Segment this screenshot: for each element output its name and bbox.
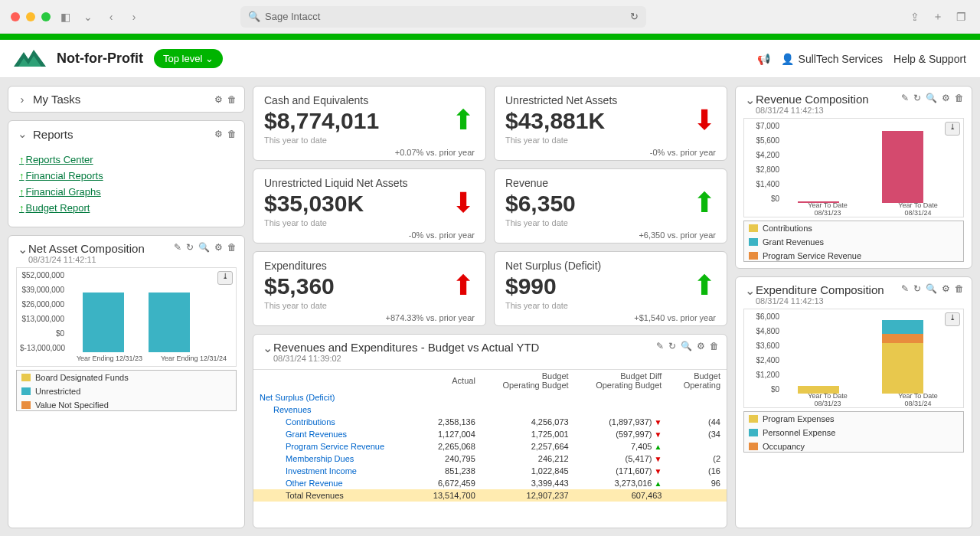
kpi-unrestricted-liquid[interactable]: Unrestricted Liquid Net Assets $35,030K … xyxy=(253,168,486,243)
cell: (2 xyxy=(668,453,727,465)
table-row[interactable]: Total Revenues13,514,70012,907,237607,46… xyxy=(253,489,727,502)
close-window-icon[interactable] xyxy=(11,12,20,21)
legend-item: Contributions xyxy=(744,221,963,235)
table-row[interactable]: Contributions2,358,1364,256,073(1,897,93… xyxy=(253,416,727,428)
x-label: Year To Date08/31/24 xyxy=(898,393,938,408)
trash-icon[interactable]: 🗑 xyxy=(955,283,964,294)
table-row[interactable]: Revenues xyxy=(253,404,727,416)
refresh-icon[interactable]: ↻ xyxy=(913,93,921,103)
chevron-down-icon[interactable]: ⌄ xyxy=(80,11,96,23)
trash-icon[interactable]: 🗑 xyxy=(710,341,719,351)
refresh-icon[interactable]: ↻ xyxy=(913,283,921,294)
cell xyxy=(575,404,668,416)
table-row[interactable]: Grant Revenues1,127,0041,725,001(597,997… xyxy=(253,428,727,440)
expand-icon[interactable]: › xyxy=(16,93,28,106)
search-icon[interactable]: 🔍 xyxy=(681,341,692,351)
pencil-icon[interactable]: ✎ xyxy=(656,341,664,351)
tabs-icon[interactable]: ❐ xyxy=(952,11,969,23)
download-icon[interactable]: ⤓ xyxy=(217,271,233,285)
budget-table-scroll[interactable]: Actual BudgetOperating Budget Budget Dif… xyxy=(253,369,727,528)
row-label[interactable]: Revenues xyxy=(253,404,416,416)
kpi-footer: +874.33% vs. prior year xyxy=(264,310,475,322)
gear-icon[interactable]: ⚙ xyxy=(697,341,705,351)
trash-icon[interactable]: 🗑 xyxy=(227,129,237,139)
gear-icon[interactable]: ⚙ xyxy=(214,242,223,253)
collapse-icon[interactable]: ⌄ xyxy=(261,341,273,355)
report-link[interactable]: ↑Budget Report xyxy=(19,200,234,216)
gear-icon[interactable]: ⚙ xyxy=(942,93,950,103)
sidebar-toggle-icon[interactable]: ◧ xyxy=(57,11,74,23)
cell: (5,417) ▼ xyxy=(575,453,668,465)
row-label[interactable]: Net Surplus (Deficit) xyxy=(253,391,416,404)
table-row[interactable]: Program Service Revenue2,265,0682,257,66… xyxy=(253,440,727,453)
company-menu[interactable]: 👤 SullTech Services xyxy=(781,53,884,65)
gear-icon[interactable]: ⚙ xyxy=(214,94,223,105)
kpi-cash[interactable]: Cash and Equivalents $8,774,011 This yea… xyxy=(253,86,486,161)
kpi-unrestricted-net-assets[interactable]: Unrestricted Net Assets $43,881K This ye… xyxy=(494,86,727,161)
legend-item: Unrestricted xyxy=(17,384,236,398)
kpi-expenditures[interactable]: Expenditures $5,360 This year to date +8… xyxy=(253,251,486,326)
report-link[interactable]: ↑Financial Reports xyxy=(19,168,234,184)
mission-peak-logo xyxy=(14,47,46,70)
collapse-icon[interactable]: ⌄ xyxy=(16,127,28,141)
scope-selector[interactable]: Top level ⌄ xyxy=(154,49,223,68)
table-row[interactable]: Investment Income851,2381,022,845(171,60… xyxy=(253,465,727,477)
collapse-icon[interactable]: ⌄ xyxy=(16,242,28,257)
x-label: Year Ending 12/31/24 xyxy=(161,355,227,363)
new-tab-icon[interactable]: ＋ xyxy=(929,10,946,24)
row-label[interactable]: Grant Revenues xyxy=(253,428,416,440)
kpi-revenue[interactable]: Revenue $6,350 This year to date +6,350 … xyxy=(494,168,727,243)
row-label[interactable]: Investment Income xyxy=(253,465,416,477)
kpi-title: Net Surplus (Deficit) xyxy=(505,260,716,272)
nac-legend[interactable]: Board Designated Funds Unrestricted Valu… xyxy=(16,370,237,411)
cell xyxy=(668,404,727,416)
reports-panel: ⌄ Reports ⚙ 🗑 ↑Reports Center ↑Financial… xyxy=(8,120,245,227)
announce-icon[interactable]: 📢 xyxy=(757,53,770,65)
minimize-window-icon[interactable] xyxy=(26,12,35,21)
cell: 6,672,459 xyxy=(416,477,482,489)
panel-title: Expenditure Composition xyxy=(756,283,901,296)
collapse-icon[interactable]: ⌄ xyxy=(743,93,756,107)
kpi-subtitle: This year to date xyxy=(505,136,716,145)
download-icon[interactable]: ⤓ xyxy=(945,122,960,136)
row-label[interactable]: Other Revenue xyxy=(253,477,416,489)
back-icon[interactable]: ‹ xyxy=(103,11,119,23)
rev-legend[interactable]: Contributions Grant Revenues Program Ser… xyxy=(743,221,964,262)
help-link[interactable]: Help & Support xyxy=(893,53,966,65)
refresh-icon[interactable]: ↻ xyxy=(668,341,676,351)
row-label[interactable]: Program Service Revenue xyxy=(253,440,416,453)
table-row[interactable]: Membership Dues240,795246,212(5,417) ▼(2 xyxy=(253,453,727,465)
row-label[interactable]: Membership Dues xyxy=(253,453,416,465)
trash-icon[interactable]: 🗑 xyxy=(227,94,237,105)
refresh-icon[interactable]: ↻ xyxy=(186,242,194,253)
cell: 13,514,700 xyxy=(416,489,482,502)
download-icon[interactable]: ⤓ xyxy=(945,312,960,326)
kpi-net-surplus[interactable]: Net Surplus (Deficit) $990 This year to … xyxy=(494,251,727,326)
search-icon[interactable]: 🔍 xyxy=(926,93,937,103)
report-link[interactable]: ↑Reports Center xyxy=(19,152,234,168)
arrow-down-icon: ⬇ xyxy=(452,189,475,217)
gear-icon[interactable]: ⚙ xyxy=(942,283,950,294)
table-row[interactable]: Other Revenue6,672,4593,399,4433,273,016… xyxy=(253,477,727,489)
search-icon[interactable]: 🔍 xyxy=(198,242,210,253)
row-label[interactable]: Total Revenues xyxy=(253,489,416,502)
report-link[interactable]: ↑Financial Graphs xyxy=(19,184,234,200)
table-row[interactable]: Net Surplus (Deficit) xyxy=(253,391,727,404)
col-header: BudgetOperating Budget xyxy=(482,370,575,392)
share-icon[interactable]: ⇪ xyxy=(906,11,923,23)
pencil-icon[interactable]: ✎ xyxy=(901,283,909,294)
arrow-up-icon: ⬆ xyxy=(452,106,475,134)
gear-icon[interactable]: ⚙ xyxy=(214,129,223,139)
address-bar[interactable]: 🔍 Sage Intacct ↻ xyxy=(240,6,646,28)
pencil-icon[interactable]: ✎ xyxy=(901,93,909,103)
trash-icon[interactable]: 🗑 xyxy=(227,242,237,253)
row-label[interactable]: Contributions xyxy=(253,416,416,428)
collapse-icon[interactable]: ⌄ xyxy=(743,283,756,298)
reload-icon[interactable]: ↻ xyxy=(630,11,639,22)
exp-legend[interactable]: Program Expenses Personnel Expense Occup… xyxy=(743,411,964,453)
maximize-window-icon[interactable] xyxy=(41,12,51,21)
search-icon[interactable]: 🔍 xyxy=(926,283,937,294)
trash-icon[interactable]: 🗑 xyxy=(955,93,964,103)
pencil-icon[interactable]: ✎ xyxy=(174,242,181,253)
forward-icon[interactable]: › xyxy=(126,11,142,23)
